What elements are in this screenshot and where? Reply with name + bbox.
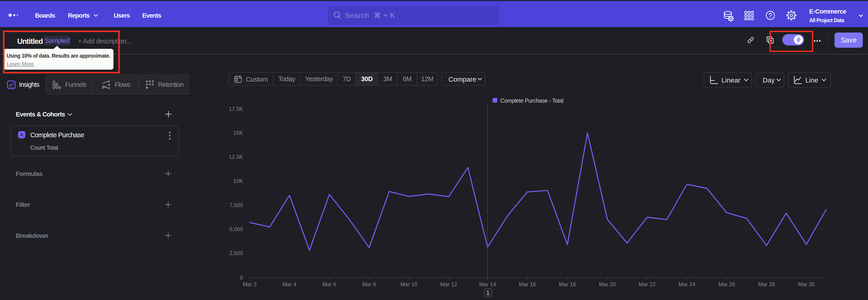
svg-text:Mar 14: Mar 14 xyxy=(479,281,496,287)
svg-text:7,500: 7,500 xyxy=(229,202,243,208)
svg-text:Mar 8: Mar 8 xyxy=(362,281,376,287)
svg-text:Mar 26: Mar 26 xyxy=(718,281,735,287)
svg-text:Mar 4: Mar 4 xyxy=(283,281,296,287)
svg-text:Mar 12: Mar 12 xyxy=(440,281,457,287)
svg-text:Mar 10: Mar 10 xyxy=(401,281,417,287)
svg-text:15K: 15K xyxy=(233,130,243,136)
svg-text:Mar 16: Mar 16 xyxy=(519,281,536,287)
svg-text:0: 0 xyxy=(240,275,243,281)
svg-text:Mar 22: Mar 22 xyxy=(639,281,656,287)
svg-text:10K: 10K xyxy=(233,178,243,184)
svg-text:Mar 28: Mar 28 xyxy=(758,281,775,287)
svg-text:Mar 24: Mar 24 xyxy=(679,281,695,287)
svg-text:Mar 2: Mar 2 xyxy=(243,281,256,287)
svg-text:Mar 18: Mar 18 xyxy=(559,281,576,287)
svg-text:17.5K: 17.5K xyxy=(229,106,243,112)
svg-text:12.5K: 12.5K xyxy=(229,154,243,160)
svg-text:2,500: 2,500 xyxy=(229,250,243,256)
svg-text:Mar 6: Mar 6 xyxy=(322,281,336,287)
svg-text:5,000: 5,000 xyxy=(229,226,243,232)
svg-text:Mar 30: Mar 30 xyxy=(798,281,815,287)
svg-text:Mar 20: Mar 20 xyxy=(599,281,616,287)
